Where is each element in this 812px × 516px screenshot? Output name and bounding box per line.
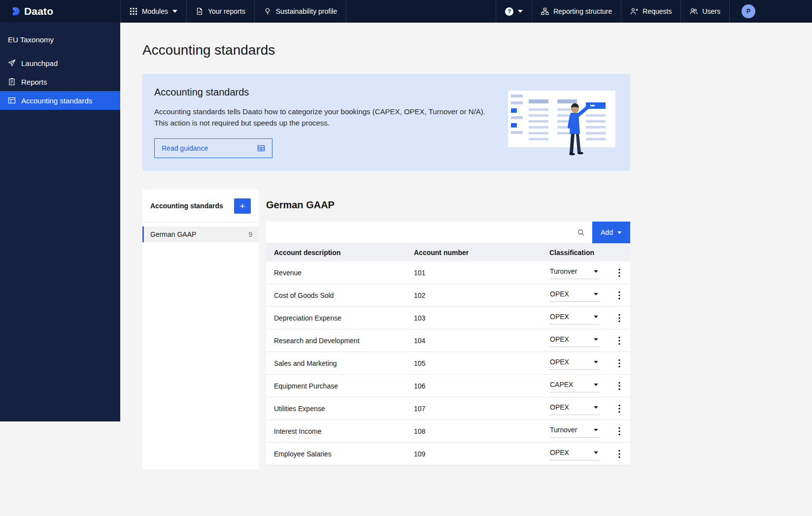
chevron-down-icon (518, 10, 523, 13)
classification-select[interactable]: OPEX (549, 334, 600, 347)
read-guidance-button[interactable]: Read guidance (154, 138, 272, 158)
add-account-button[interactable]: Add (592, 222, 630, 243)
sidebar-item-launchpad[interactable]: Launchpad (0, 54, 120, 72)
classification-value: OPEX (550, 313, 569, 321)
table-row: Depreciation Expense 103 OPEX (266, 307, 630, 329)
standards-item-count: 9 (248, 230, 252, 238)
column-account-description: Account description (266, 249, 406, 257)
row-menu-button[interactable] (609, 291, 630, 300)
table-row: Research and Development 104 OPEX (266, 329, 630, 352)
avatar-zone: P (729, 0, 812, 23)
kebab-menu-icon (618, 336, 620, 345)
row-menu-button[interactable] (609, 336, 630, 345)
account-description: Employee Salaries (266, 450, 406, 458)
account-description: Cost of Goods Sold (266, 291, 406, 299)
nav-sustainability-profile-label: Sustainability profile (276, 7, 338, 15)
nav-modules[interactable]: Modules (120, 0, 186, 23)
nav-requests-label: Requests (643, 7, 672, 15)
account-description: Utilities Expense (266, 405, 406, 413)
info-banner: Accounting standards Accounting standard… (142, 74, 630, 171)
chevron-down-icon (594, 293, 598, 295)
table-row: Interest Income 108 Turnover (266, 420, 630, 443)
nav-modules-label: Modules (142, 7, 168, 15)
classification-cell: Turonver (541, 266, 609, 279)
help-icon: ? (505, 7, 513, 16)
standards-panel-title: Accounting standards (150, 202, 223, 210)
page-title: Accounting standards (142, 42, 812, 58)
account-number: 109 (406, 450, 541, 458)
account-description: Equipment Purchase (266, 382, 406, 390)
table-row: Employee Salaries 109 OPEX (266, 443, 630, 465)
kebab-menu-icon (618, 382, 620, 390)
chevron-down-icon (172, 10, 177, 13)
send-icon (8, 59, 16, 67)
add-standard-button[interactable]: + (234, 198, 251, 214)
search-icon (577, 228, 585, 236)
row-menu-button[interactable] (609, 427, 630, 436)
nav-your-reports-label: Your reports (208, 7, 245, 15)
classification-value: OPEX (550, 403, 569, 411)
banner-illustration (508, 91, 615, 161)
row-menu-button[interactable] (609, 359, 630, 368)
chevron-down-icon (594, 338, 598, 341)
row-menu-button[interactable] (609, 268, 630, 277)
classification-select[interactable]: OPEX (549, 447, 600, 460)
chevron-down-icon (594, 361, 598, 363)
nav-sustainability-profile[interactable]: Sustainability profile (254, 0, 347, 23)
request-icon (630, 7, 638, 15)
tree-icon (541, 7, 549, 15)
nav-users[interactable]: Users (680, 0, 729, 23)
avatar[interactable]: P (742, 4, 755, 18)
column-classification: Classification (541, 249, 609, 257)
read-guidance-label: Read guidance (162, 144, 208, 152)
search-input[interactable] (266, 222, 592, 243)
classification-select[interactable]: OPEX (549, 356, 600, 370)
account-description: Depreciation Expense (266, 314, 406, 322)
chevron-down-icon (594, 270, 598, 273)
classification-select[interactable]: OPEX (549, 289, 600, 302)
sidebar-item-label: Launchpad (21, 59, 58, 67)
sidebar-item-label: Reports (21, 78, 47, 86)
sidebar-item-accounting-standards[interactable]: Accounting standards (0, 91, 120, 110)
daato-logo-icon (11, 6, 21, 16)
kebab-menu-icon (618, 268, 620, 277)
table-doc-icon (8, 97, 16, 104)
table-row: Sales and Marketing 105 OPEX (266, 352, 630, 375)
topnav-right: ? Reporting structure Requests Users P (496, 0, 812, 23)
row-menu-button[interactable] (609, 314, 630, 322)
sidebar: EU Taxonomy Launchpad Reports Accounting… (0, 23, 120, 421)
row-menu-button[interactable] (609, 382, 630, 390)
account-number: 101 (406, 269, 541, 277)
sidebar-section-title: EU Taxonomy (0, 35, 120, 44)
row-menu-button[interactable] (609, 404, 630, 413)
row-menu-button[interactable] (609, 450, 630, 458)
classification-cell: OPEX (541, 334, 609, 347)
classification-cell: OPEX (541, 447, 609, 460)
content-row: Accounting standards + German GAAP 9 Ger… (142, 190, 812, 469)
standards-panel-header: Accounting standards + (142, 190, 259, 223)
classification-value: Turonver (550, 267, 577, 275)
nav-your-reports[interactable]: Your reports (186, 0, 254, 23)
nav-reporting-structure-label: Reporting structure (553, 7, 612, 15)
account-number: 105 (406, 359, 541, 367)
standards-panel: Accounting standards + German GAAP 9 (142, 190, 259, 469)
account-number: 103 (406, 314, 541, 322)
account-number: 106 (406, 382, 541, 390)
help-menu[interactable]: ? (496, 0, 532, 23)
bulb-icon (264, 7, 271, 15)
grid-icon (130, 7, 137, 15)
sidebar-item-reports[interactable]: Reports (0, 72, 120, 91)
standards-list-item-german-gaap[interactable]: German GAAP 9 (142, 226, 259, 242)
nav-requests[interactable]: Requests (621, 0, 680, 23)
nav-reporting-structure[interactable]: Reporting structure (532, 0, 621, 23)
brand-logo[interactable]: Daato (0, 0, 120, 23)
classification-value: OPEX (550, 358, 569, 366)
classification-select[interactable]: CAPEX (549, 379, 600, 392)
account-description: Research and Development (266, 337, 406, 345)
classification-select[interactable]: Turonver (549, 266, 600, 279)
classification-select[interactable]: OPEX (549, 311, 600, 324)
classification-select[interactable]: OPEX (549, 402, 600, 415)
classification-select[interactable]: Turnover (549, 424, 600, 438)
table-row: Equipment Purchase 106 CAPEX (266, 375, 630, 397)
detail-card: Add Account description Account number C… (266, 222, 630, 465)
